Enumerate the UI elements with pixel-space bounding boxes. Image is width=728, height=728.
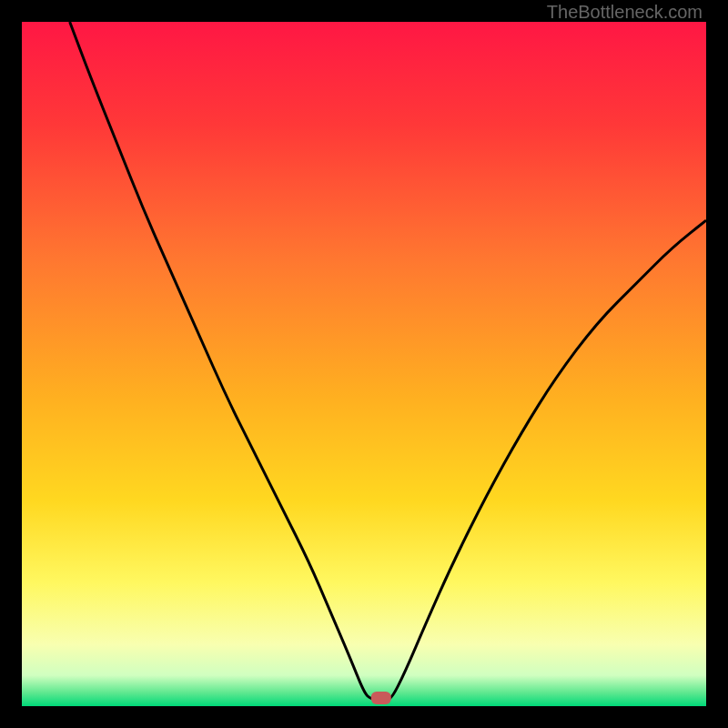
gradient-background: [22, 22, 706, 706]
watermark-text: TheBottleneck.com: [547, 2, 703, 23]
bottleneck-chart: [22, 22, 706, 706]
chart-svg: [22, 22, 706, 706]
optimal-marker: [371, 692, 391, 704]
